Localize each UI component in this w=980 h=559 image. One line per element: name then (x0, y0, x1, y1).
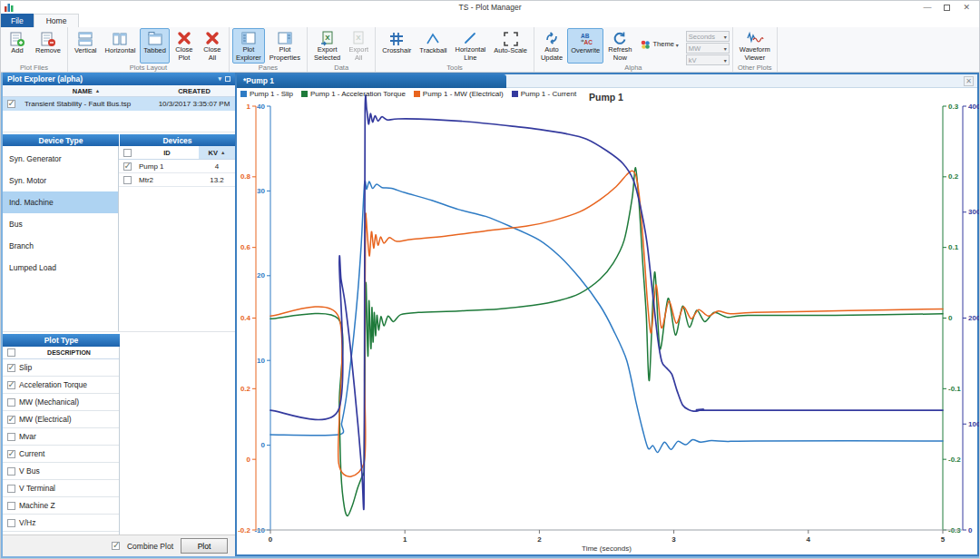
plot-type-checkbox[interactable] (7, 398, 15, 407)
file-row[interactable]: Transient Stability - Fault Bus.tsp 10/3… (3, 97, 235, 111)
plot-type-row-mw-electrical[interactable]: MW (Electrical) (3, 411, 119, 428)
auto-update-button[interactable]: Auto Update (537, 28, 566, 64)
svg-text:4: 4 (807, 535, 811, 544)
svg-text:0: 0 (247, 456, 251, 464)
close-plot-button[interactable]: Close Plot (171, 28, 198, 64)
plot-type-checkbox[interactable] (7, 416, 15, 424)
device-id: Pump 1 (135, 162, 199, 171)
name-column-header[interactable]: NAME▲ (19, 87, 153, 95)
auto-scale-button[interactable]: Auto-Scale (490, 28, 531, 64)
crosshair-icon (388, 30, 405, 47)
pump1-chart[interactable]: 10.80.60.40.20-0.2403020100-100.30.20.10… (237, 88, 979, 559)
created-column-header[interactable]: CREATED (153, 87, 235, 95)
device-type-syn-motor[interactable]: Syn. Motor (3, 170, 118, 191)
plot-type-checkbox[interactable] (7, 519, 15, 527)
plot-type-checkbox[interactable] (7, 450, 15, 458)
plot-tab-strip: *Pump 1 ✕ (237, 74, 977, 88)
overwrite-button[interactable]: ABAC Overwrite (567, 28, 603, 64)
plot-type-table-header: DESCRIPTION (3, 347, 119, 359)
device-type-ind-machine[interactable]: Ind. Machine (3, 191, 118, 213)
close-all-icon (204, 30, 220, 46)
device-type-lumped-load[interactable]: Lumped Load (3, 257, 118, 279)
legend-swatch (414, 91, 420, 97)
svg-text:0.6: 0.6 (240, 243, 251, 251)
tab-home[interactable]: Home (34, 14, 80, 27)
svg-text:1: 1 (247, 103, 251, 111)
file-checkbox[interactable] (7, 100, 15, 108)
plot-explorer-button[interactable]: Plot Explorer (232, 28, 265, 64)
device-type-syn-generator[interactable]: Syn. Generator (3, 148, 118, 170)
auto-scale-icon (503, 30, 519, 47)
close-plot-icon (176, 30, 192, 46)
kv-column-header[interactable]: KV▲ (199, 146, 235, 159)
plot-type-row-v-terminal[interactable]: V Terminal (3, 480, 119, 497)
legend-item-mw-electrical: Pump 1 - MW (Electrical) (414, 90, 504, 98)
plot-type-row-acceleration-torque[interactable]: Acceleration Torque (3, 377, 119, 394)
export-selected-button[interactable]: X Export Selected (310, 28, 344, 64)
close-all-button[interactable]: Close All (199, 28, 226, 64)
plot-type-row-mw-mechanical[interactable]: MW (Mechanical) (3, 394, 119, 411)
refresh-now-button[interactable]: Refresh Now (604, 28, 635, 64)
device-checkbox[interactable] (123, 162, 132, 171)
plot-panel: *Pump 1 ✕ 10.80.60.40.20-0.2403020100-10… (235, 73, 979, 556)
time-unit-combo[interactable]: Seconds▾ (686, 31, 730, 42)
group-tools: Crosshair Trackball Horizontal Line Auto… (376, 27, 534, 72)
plot-type-row-machine-z[interactable]: Machine Z (3, 497, 119, 515)
plot-type-row-v-hz[interactable]: V/Hz (3, 515, 119, 532)
devices-table-header: ID KV▲ (119, 146, 235, 160)
device-checkbox[interactable] (123, 176, 132, 184)
close-plot-tab-icon[interactable]: ✕ (964, 76, 974, 86)
remove-button[interactable]: Remove (32, 28, 64, 64)
tab-file[interactable]: File (1, 14, 34, 27)
tabbed-button[interactable]: Tabbed (140, 28, 170, 64)
title-bar: TS - Plot Manager — ✕ (1, 1, 979, 14)
plot-type-row-slip[interactable]: Slip (3, 359, 119, 377)
vertical-button[interactable]: Vertical (71, 28, 101, 64)
device-type-bus[interactable]: Bus (3, 213, 118, 235)
group-alpha: Auto Update ABAC Overwrite Refresh Now T… (534, 27, 733, 72)
plot-type-checkbox[interactable] (7, 467, 15, 476)
plot-type-row-current[interactable]: Current (3, 446, 119, 463)
description-column-header[interactable]: DESCRIPTION (19, 349, 119, 356)
chart-area[interactable]: 10.80.60.40.20-0.2403020100-100.30.20.10… (237, 88, 977, 554)
crosshair-button[interactable]: Crosshair (378, 28, 415, 64)
tab-pump1[interactable]: *Pump 1 (237, 74, 506, 88)
device-row[interactable]: Pump 1 4 (119, 160, 235, 173)
sidebar-footer: Combine Plot Plot (3, 534, 235, 556)
svg-text:5: 5 (941, 535, 946, 544)
chevron-down-icon[interactable]: ▾ (218, 75, 221, 83)
horizontal-line-button[interactable]: Horizontal Line (451, 28, 489, 64)
select-all-plot-types-checkbox[interactable] (7, 348, 15, 357)
plot-type-checkbox[interactable] (7, 433, 15, 441)
power-unit-combo[interactable]: MW▾ (686, 43, 730, 54)
plot-type-area: DESCRIPTION Slip Acceleration Torque MW … (3, 347, 235, 534)
device-area: Syn. Generator Syn. Motor Ind. Machine B… (3, 146, 235, 332)
plot-type-checkbox[interactable] (7, 485, 15, 493)
horizontal-button[interactable]: Horizontal (102, 28, 140, 64)
group-label: Panes (232, 64, 304, 73)
select-all-devices-checkbox[interactable] (123, 149, 132, 157)
plot-type-checkbox[interactable] (7, 364, 15, 372)
device-id: Mtr2 (135, 176, 199, 184)
remove-icon (40, 30, 56, 47)
plot-type-checkbox[interactable] (7, 502, 15, 510)
pin-icon[interactable] (225, 76, 230, 82)
plot-type-checkbox[interactable] (7, 381, 15, 389)
theme-button[interactable]: Theme ▾ (636, 37, 681, 52)
add-button[interactable]: Add (4, 28, 31, 64)
plot-button[interactable]: Plot (181, 538, 228, 554)
plot-type-row-v-bus[interactable]: V Bus (3, 463, 119, 480)
svg-text:AC: AC (584, 39, 593, 45)
plot-properties-button[interactable]: Plot Properties (266, 28, 304, 64)
waveform-viewer-button[interactable]: Waveform Viewer (736, 28, 774, 64)
id-column-header[interactable]: ID (135, 146, 199, 159)
svg-text:0.3: 0.3 (948, 103, 959, 111)
plot-type-empty-area (120, 347, 235, 534)
group-data: X Export Selected X Export All Data (308, 27, 376, 72)
svg-text:0.8: 0.8 (240, 172, 251, 181)
device-row[interactable]: Mtr2 13.2 (119, 173, 235, 187)
trackball-button[interactable]: Trackball (416, 28, 450, 64)
plot-type-row-mvar[interactable]: Mvar (3, 428, 119, 446)
combine-plot-checkbox[interactable] (112, 542, 120, 550)
device-type-branch[interactable]: Branch (3, 235, 118, 257)
